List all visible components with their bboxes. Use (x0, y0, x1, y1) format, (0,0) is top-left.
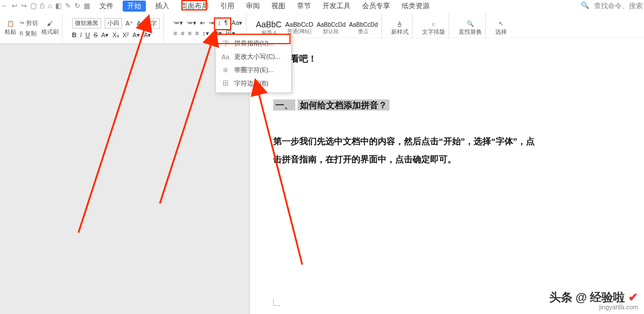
text-layout-label: 文字排版 (422, 28, 445, 36)
align-center-button[interactable]: ≡ (181, 30, 184, 37)
increase-font-button[interactable]: A⁺ (126, 20, 133, 27)
superscript-button[interactable]: X² (123, 31, 129, 38)
tab-section[interactable]: 章节 (295, 1, 313, 11)
align-justify-button[interactable]: ≡ (195, 30, 199, 37)
tab-insert[interactable]: 插入 (153, 1, 171, 11)
sort-button[interactable]: ↕ (217, 19, 221, 26)
new-style-icon: A̲ (398, 20, 402, 27)
tab-review[interactable]: 审阅 (244, 1, 262, 11)
show-marks-button[interactable]: ¶ (224, 19, 228, 26)
line-spacing-button[interactable]: ↕▾ (202, 30, 209, 37)
paragraph-line-1: 第一步我们先选中文档中的内容，然后点击“开始”，选择“字体”，点 (273, 131, 622, 151)
tab-home[interactable]: 开始 (123, 1, 146, 12)
indent-button[interactable]: ⇥ (209, 19, 214, 27)
watermark-sub: jingyanla.com (599, 304, 638, 311)
style-preview: AaBbCcDd (317, 22, 345, 28)
decrease-font-button[interactable]: A⁻ (137, 20, 144, 27)
clear-format-button[interactable]: A▾ (144, 31, 151, 39)
bold-button[interactable]: B (72, 31, 77, 38)
find-replace-button[interactable]: 🔍 直找替换 (459, 20, 482, 36)
qat-icon[interactable]: ▦ (84, 2, 90, 10)
heading-number: 一、 (273, 99, 295, 110)
paste-icon: 📋 (7, 20, 14, 27)
find-replace-icon: 🔍 (467, 20, 474, 27)
copy-button[interactable]: ⎘ 复制 (20, 30, 38, 38)
document-area: 来看看吧！ 一、 如何给文档添加拼音？ 第一步我们先选中文档中的内容，然后点击“… (0, 44, 644, 314)
tab-view[interactable]: 视图 (269, 1, 288, 11)
outdent-button[interactable]: ⇤ (200, 19, 205, 27)
tab-references[interactable]: 引用 (218, 1, 237, 11)
qat-icon[interactable]: ← (1, 2, 8, 10)
pinyin-guide-button[interactable]: 字 (148, 18, 160, 29)
underline-button[interactable]: U (85, 31, 90, 38)
quick-access-toolbar: ← ↩ ↪ ▢ ⎙ ⌂ ◧ ✎ ↻ ▦ (1, 2, 90, 10)
text-layout-button[interactable]: ⌕ 文字排版 (422, 20, 445, 36)
dropdown-item-pinyin-guide[interactable]: 字 拼音指南(U)... (216, 37, 291, 50)
tab-page-layout[interactable]: 页面布局 (178, 1, 211, 11)
select-label: 选择 (495, 28, 507, 36)
style-label: 重点 (358, 28, 368, 35)
dropdown-item-change-case[interactable]: Aa 更改大小写(C)... (216, 50, 291, 63)
style-preview: AaBbC (256, 20, 281, 29)
dropdown-item-char-border[interactable]: 田 字符边框(B) (216, 77, 291, 90)
qat-icon[interactable]: ↻ (74, 2, 80, 10)
style-item[interactable]: AaBbCcDd 默认段 (317, 22, 345, 35)
align-left-button[interactable]: ≡ (173, 30, 177, 37)
align-right-button[interactable]: ≡ (188, 30, 191, 37)
qat-icon[interactable]: ⌂ (48, 2, 52, 10)
qat-icon[interactable]: ✎ (65, 2, 71, 10)
search-placeholder[interactable]: 查找命令、搜索 (594, 1, 643, 11)
font-size-select[interactable]: 小四 (105, 18, 122, 28)
intro-line: 来看看吧！ (273, 50, 622, 67)
dropdown-label: 更改大小写(C)... (234, 52, 280, 61)
subscript-button[interactable]: X₂ (112, 31, 119, 39)
style-preview: AaBbCcDd (349, 22, 377, 28)
dropdown-label: 带圈字符(E)... (234, 66, 274, 74)
strike-button[interactable]: S (94, 31, 98, 38)
tab-vip[interactable]: 会员专享 (360, 1, 392, 11)
brush-icon: 🖌 (47, 20, 53, 27)
highlight-button[interactable]: A▾ (133, 31, 140, 39)
border-icon: 田 (221, 79, 230, 88)
tab-file[interactable]: 文件 (97, 1, 116, 11)
change-case-button[interactable]: Aa▾ (231, 19, 242, 27)
qat-icon[interactable]: ▢ (30, 2, 37, 10)
paste-button[interactable]: 📋 粘贴 (5, 20, 16, 36)
enclosed-icon: ④ (221, 66, 230, 74)
format-painter-button[interactable]: 🖌 格式刷 (41, 20, 59, 36)
qat-icon[interactable]: ↩ (12, 2, 17, 10)
style-preview: AaBbCcD (285, 21, 313, 28)
paste-label: 粘贴 (5, 28, 16, 36)
document-page[interactable]: 来看看吧！ 一、 如何给文档添加拼音？ 第一步我们先选中文档中的内容，然后点击“… (250, 38, 644, 314)
italic-button[interactable]: I (80, 31, 82, 38)
font-name-select[interactable]: 微软雅黑 (72, 18, 101, 28)
font-tools-dropdown: 字 拼音指南(U)... Aa 更改大小写(C)... ④ 带圈字符(E)...… (215, 34, 292, 93)
qat-icon[interactable]: ↪ (21, 2, 27, 10)
cut-button[interactable]: ✂ 剪切 (20, 19, 38, 27)
qat-icon[interactable]: ◧ (55, 2, 62, 10)
find-replace-label: 直找替换 (459, 28, 482, 36)
numbering-button[interactable]: ≔▾ (187, 19, 196, 27)
case-icon: Aa (221, 53, 230, 60)
new-style-label: 新样式 (391, 28, 409, 36)
tab-dev-tools[interactable]: 开发工具 (320, 1, 353, 11)
select-button[interactable]: ↖ 选择 (495, 20, 507, 36)
bullets-button[interactable]: ≔▾ (173, 19, 183, 27)
page-corner-marker (273, 299, 280, 306)
style-label: 默认段 (323, 28, 339, 35)
qat-icon[interactable]: ⎙ (40, 2, 44, 10)
menu-bar: ← ↩ ↪ ▢ ⎙ ⌂ ◧ ✎ ↻ ▦ 文件 开始 插入 页面布局 引用 审阅 … (0, 0, 644, 12)
search-icon[interactable]: 🔍 (581, 1, 589, 11)
menubar-right: 🔍 查找命令、搜索 (581, 1, 643, 11)
dropdown-label: 字符边框(B) (234, 79, 269, 88)
cursor-icon: ↖ (499, 20, 503, 27)
tab-resources[interactable]: 纸类资源 (399, 1, 432, 11)
dropdown-label: 拼音指南(U)... (234, 39, 274, 48)
group-font: 微软雅黑 小四 A⁺ A⁻ 字 B I U S A▾ X₂ X² A▾ A▾ (69, 13, 164, 44)
font-color-button[interactable]: A▾ (101, 31, 109, 39)
text-layout-icon: ⌕ (432, 20, 435, 27)
new-style-button[interactable]: A̲ 新样式 (391, 20, 409, 36)
dropdown-item-enclosed-char[interactable]: ④ 带圈字符(E)... (216, 63, 291, 77)
style-item[interactable]: AaBbCcDd 重点 (349, 22, 377, 35)
format-painter-label: 格式刷 (41, 28, 59, 36)
